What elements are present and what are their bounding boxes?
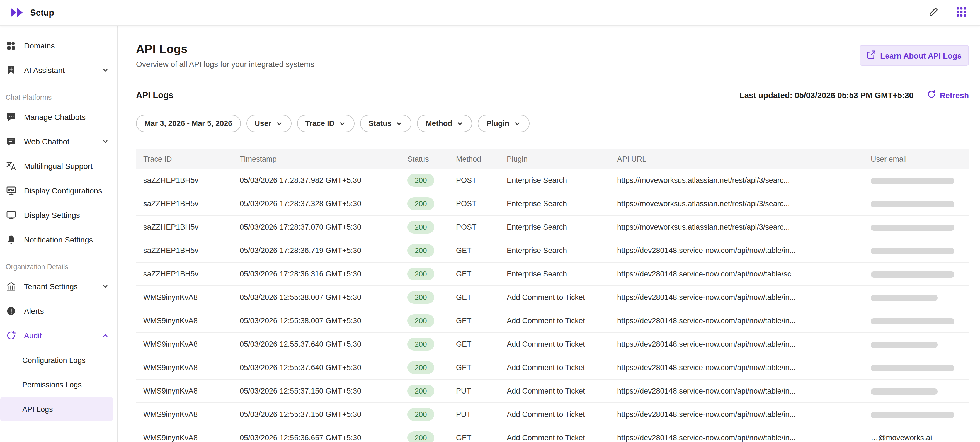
- sidebar-item-label: API Logs: [22, 405, 53, 413]
- filter-method[interactable]: Method: [417, 115, 473, 132]
- refresh-button[interactable]: Refresh: [927, 90, 969, 100]
- sidebar-item-multilingual-support[interactable]: Multilingual Support: [0, 154, 117, 178]
- cell-method: PUT: [456, 410, 507, 418]
- column-header-status: Status: [407, 155, 456, 163]
- edit-button[interactable]: [927, 5, 940, 20]
- cell-status: 200: [407, 267, 456, 280]
- sidebar-item-permissions-logs[interactable]: Permissions Logs: [0, 372, 117, 397]
- sidebar-item-label: Domains: [24, 41, 55, 50]
- brand: Setup: [10, 7, 54, 18]
- sidebar-item-display-configurations[interactable]: Display Configurations: [0, 178, 117, 203]
- cell-user-email: [871, 410, 969, 418]
- cell-plugin: Enterprise Search: [507, 200, 617, 208]
- column-header-timestamp: Timestamp: [240, 155, 407, 163]
- sidebar-item-api-logs[interactable]: API Logs: [0, 397, 113, 421]
- status-badge: 200: [407, 244, 434, 257]
- table-row[interactable]: saZZHEP1BH5v05/03/2026 17:28:36.719 GMT+…: [136, 239, 969, 262]
- chevron-down-icon: [338, 119, 346, 127]
- multilingual-icon: [6, 161, 17, 171]
- sidebar-item-manage-chatbots[interactable]: Manage Chatbots: [0, 105, 117, 129]
- sidebar-item-tenant-settings[interactable]: Tenant Settings: [0, 274, 117, 299]
- cell-trace-id: WMS9inynKvA8: [143, 410, 240, 418]
- table-row[interactable]: WMS9inynKvA805/03/2026 12:55:36.657 GMT+…: [136, 426, 969, 442]
- cell-status: 200: [407, 291, 456, 304]
- cell-plugin: Enterprise Search: [507, 176, 617, 184]
- filter-trace-id[interactable]: Trace ID: [297, 115, 355, 132]
- table-row[interactable]: WMS9inynKvA805/03/2026 12:55:37.150 GMT+…: [136, 403, 969, 426]
- table-row[interactable]: saZZHEP1BH5v05/03/2026 17:28:36.316 GMT+…: [136, 262, 969, 286]
- table-row[interactable]: saZZHEP1BH5v05/03/2026 17:28:37.328 GMT+…: [136, 192, 969, 216]
- cell-plugin: Enterprise Search: [507, 223, 617, 231]
- column-header-plugin: Plugin: [507, 155, 617, 163]
- display-settings-icon: [6, 210, 17, 220]
- sidebar-item-notification-settings[interactable]: Notification Settings: [0, 227, 117, 252]
- cell-timestamp: 05/03/2026 12:55:37.150 GMT+5:30: [240, 410, 407, 418]
- cell-method: POST: [456, 176, 507, 184]
- sidebar-item-ai-assistant[interactable]: AI Assistant: [0, 58, 117, 83]
- cell-trace-id: saZZHEP1BH5v: [143, 246, 240, 255]
- topbar-actions: [927, 5, 968, 20]
- cell-plugin: Enterprise Search: [507, 246, 617, 255]
- cell-timestamp: 05/03/2026 17:28:37.982 GMT+5:30: [240, 176, 407, 184]
- section-header: API Logs Last updated: 05/03/2026 05:53 …: [136, 90, 969, 100]
- table-row[interactable]: WMS9inynKvA805/03/2026 12:55:38.007 GMT+…: [136, 286, 969, 309]
- cell-method: PUT: [456, 387, 507, 395]
- cell-method: POST: [456, 200, 507, 208]
- cell-user-email: [871, 223, 969, 231]
- sidebar-item-alerts[interactable]: Alerts: [0, 299, 117, 323]
- filter-user[interactable]: User: [246, 115, 291, 132]
- apps-grid-icon: [956, 6, 967, 19]
- table-row[interactable]: saZZHEP1BH5v05/03/2026 17:28:37.070 GMT+…: [136, 216, 969, 239]
- last-updated-text: Last updated: 05/03/2026 05:53 PM GMT+5:…: [740, 91, 914, 100]
- learn-about-api-logs-button[interactable]: Learn About API Logs: [859, 45, 969, 66]
- table-row[interactable]: saZZHEP1BH5v05/03/2026 17:28:37.982 GMT+…: [136, 169, 969, 192]
- filter-mar-3-2026-mar-5-2026[interactable]: Mar 3, 2026 - Mar 5, 2026: [136, 115, 240, 132]
- pencil-icon: [928, 6, 939, 19]
- cell-api-url: https://dev280148.service-now.com/api/no…: [617, 316, 871, 325]
- cell-user-email: [871, 387, 969, 395]
- cell-status: 200: [407, 174, 456, 187]
- cell-user-email: [871, 246, 969, 255]
- sidebar-item-display-settings[interactable]: Display Settings: [0, 203, 117, 227]
- filter-bar: Mar 3, 2026 - Mar 5, 2026UserTrace IDSta…: [136, 115, 969, 132]
- sidebar-item-label: Permissions Logs: [22, 380, 82, 389]
- cell-api-url: https://moveworksus.atlassian.net/rest/a…: [617, 176, 871, 184]
- chevron-up-icon: [102, 332, 109, 339]
- cell-user-email: [871, 176, 969, 184]
- cell-trace-id: WMS9inynKvA8: [143, 434, 240, 442]
- cell-status: 200: [407, 338, 456, 351]
- sidebar-item-configuration-logs[interactable]: Configuration Logs: [0, 348, 117, 372]
- cell-user-email: [871, 293, 969, 302]
- cell-status: 200: [407, 408, 456, 421]
- cell-trace-id: WMS9inynKvA8: [143, 363, 240, 372]
- cell-api-url: https://dev280148.service-now.com/api/no…: [617, 434, 871, 442]
- column-header-api-url: API URL: [617, 155, 871, 163]
- status-badge: 200: [407, 197, 434, 210]
- sidebar-item-label: Audit: [24, 331, 42, 340]
- table-row[interactable]: WMS9inynKvA805/03/2026 12:55:37.150 GMT+…: [136, 380, 969, 403]
- cell-plugin: Add Comment to Ticket: [507, 363, 617, 372]
- cell-user-email: …@moveworks.ai: [871, 434, 969, 442]
- cell-plugin: Add Comment to Ticket: [507, 293, 617, 302]
- status-badge: 200: [407, 221, 434, 234]
- sidebar-item-label: Web Chatbot: [24, 137, 69, 146]
- table-row[interactable]: WMS9inynKvA805/03/2026 12:55:38.007 GMT+…: [136, 309, 969, 333]
- sidebar-item-label: Manage Chatbots: [24, 113, 86, 121]
- app-window: Setup DomainsAI AssistantChat PlatformsM…: [0, 0, 980, 442]
- cell-method: GET: [456, 270, 507, 278]
- table-row[interactable]: WMS9inynKvA805/03/2026 12:55:37.640 GMT+…: [136, 333, 969, 356]
- filter-status[interactable]: Status: [360, 115, 412, 132]
- sidebar-item-domains[interactable]: Domains: [0, 33, 117, 58]
- manage-chatbots-icon: [6, 112, 17, 122]
- section-title: API Logs: [136, 90, 173, 100]
- sidebar-item-web-chatbot[interactable]: Web Chatbot: [0, 129, 117, 154]
- domains-icon: [6, 41, 17, 51]
- status-badge: 200: [407, 385, 434, 397]
- table-row[interactable]: WMS9inynKvA805/03/2026 12:55:37.640 GMT+…: [136, 356, 969, 380]
- filter-plugin[interactable]: Plugin: [478, 115, 530, 132]
- learn-button-label: Learn About API Logs: [880, 51, 962, 60]
- sidebar-item-audit[interactable]: Audit: [0, 323, 117, 348]
- cell-user-email: [871, 363, 969, 372]
- column-header-trace-id: Trace ID: [143, 155, 240, 163]
- apps-launcher-button[interactable]: [955, 5, 968, 20]
